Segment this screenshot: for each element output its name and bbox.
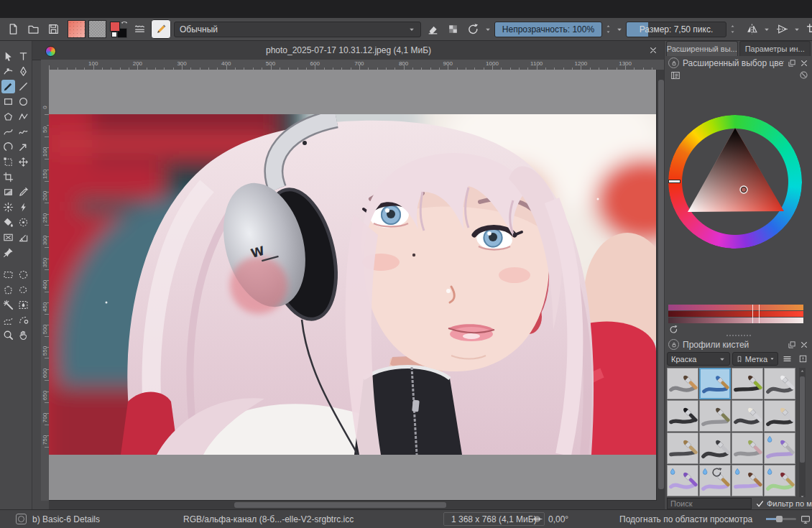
close-docker-icon[interactable] bbox=[800, 341, 808, 349]
current-brush-preset[interactable]: b) Basic-6 Details bbox=[32, 510, 100, 528]
gradient-strip-2[interactable] bbox=[668, 311, 803, 317]
search-input[interactable] bbox=[667, 498, 752, 509]
pattern-swatch[interactable] bbox=[88, 20, 106, 38]
tool-fill[interactable] bbox=[1, 216, 15, 229]
swap-colors-icon[interactable] bbox=[121, 20, 128, 27]
tool-calligraphy[interactable] bbox=[17, 65, 30, 78]
tool-edit-shapes[interactable] bbox=[1, 65, 15, 78]
default-colors-chip[interactable] bbox=[111, 32, 117, 37]
display-mode-button[interactable] bbox=[780, 352, 794, 366]
tool-line[interactable] bbox=[17, 80, 30, 93]
docker-drag-handle[interactable] bbox=[726, 335, 751, 336]
chevron-down-icon[interactable] bbox=[793, 26, 801, 33]
brush-preset-9[interactable] bbox=[667, 432, 698, 464]
brush-preset-7[interactable] bbox=[732, 400, 763, 432]
tool-bezier-curve[interactable] bbox=[1, 125, 15, 139]
save-button[interactable] bbox=[45, 21, 62, 38]
eraser-mode-button[interactable] bbox=[424, 21, 441, 38]
brush-preset-5[interactable] bbox=[667, 400, 698, 432]
tool-colorize-mask[interactable] bbox=[1, 231, 15, 244]
size-slider[interactable]: Размер: 7,50 пикс. bbox=[626, 22, 726, 37]
tab-tool-options[interactable]: Параметры ин... bbox=[739, 41, 811, 56]
preset-filter-combo[interactable]: Краска bbox=[667, 352, 730, 366]
brush-preset-10[interactable] bbox=[699, 432, 731, 464]
document-tab-title[interactable]: photo_2025-07-17 10.31.12.jpeg (4,1 МиБ) bbox=[32, 45, 665, 55]
scroll-right-icon[interactable] bbox=[648, 502, 655, 509]
preserve-alpha-button[interactable] bbox=[444, 21, 461, 38]
gradient-strip-3[interactable] bbox=[668, 318, 803, 323]
tool-color-sampler[interactable] bbox=[17, 185, 30, 199]
filter-by-tag-checkbox[interactable]: Фильтр по метке bbox=[756, 499, 812, 508]
chevron-down-icon[interactable] bbox=[484, 26, 492, 33]
reload-preset-button[interactable] bbox=[464, 21, 481, 38]
saturation-value-triangle[interactable] bbox=[668, 115, 802, 249]
tool-rectangle[interactable] bbox=[1, 95, 15, 108]
tool-gradient[interactable] bbox=[1, 185, 15, 199]
chevron-down-icon[interactable] bbox=[763, 26, 770, 33]
tool-crop[interactable] bbox=[1, 170, 15, 184]
tool-dynamic-brush[interactable] bbox=[1, 140, 15, 154]
tool-enclose-fill[interactable] bbox=[17, 216, 30, 229]
lock-icon[interactable] bbox=[668, 339, 679, 350]
zoom-slider-knob[interactable] bbox=[776, 516, 783, 522]
brush-preset-8[interactable] bbox=[764, 400, 795, 432]
color-wheel[interactable] bbox=[668, 115, 802, 249]
gradient-strip-1[interactable] bbox=[668, 305, 803, 310]
tool-select-bezier[interactable] bbox=[1, 313, 15, 327]
tool-select-elliptical[interactable] bbox=[17, 268, 30, 282]
brush-preview-icon[interactable] bbox=[16, 510, 27, 528]
close-docker-icon[interactable] bbox=[800, 59, 808, 68]
gradient-swatch[interactable] bbox=[68, 20, 86, 38]
tag-button[interactable]: Метка bbox=[732, 352, 778, 366]
brush-preset-14[interactable] bbox=[699, 465, 731, 496]
color-history-strips[interactable] bbox=[668, 305, 803, 323]
tool-smart-patch[interactable] bbox=[17, 200, 30, 214]
tool-select-similar[interactable] bbox=[17, 298, 30, 312]
tool-text[interactable] bbox=[17, 50, 30, 63]
opacity-spinner[interactable] bbox=[605, 24, 613, 34]
brush-preset-11[interactable] bbox=[732, 432, 763, 464]
horizontal-scrollbar[interactable] bbox=[49, 500, 656, 510]
foreground-color-chip[interactable] bbox=[110, 22, 120, 32]
color-selector-settings-icon[interactable] bbox=[670, 70, 680, 80]
brush-preset-12[interactable] bbox=[764, 432, 795, 464]
refresh-colors-icon[interactable] bbox=[669, 325, 678, 334]
opacity-slider[interactable]: Непрозрачность: 100% bbox=[494, 22, 602, 37]
brush-preset-4[interactable] bbox=[764, 368, 795, 399]
brush-grid-scrollbar[interactable] bbox=[799, 368, 806, 500]
image-size-label[interactable]: 1 368 x 768 (4,1 МиБ) bbox=[443, 512, 545, 526]
vertical-scroll-thumb[interactable] bbox=[658, 80, 664, 489]
zoom-mode-label[interactable]: Подогнать по области просмотра bbox=[619, 510, 752, 528]
no-color-icon[interactable] bbox=[799, 70, 808, 80]
brush-preset-15[interactable] bbox=[732, 465, 763, 496]
brush-scroll-thumb[interactable] bbox=[800, 376, 805, 463]
tool-select-shapes[interactable] bbox=[1, 50, 15, 63]
tool-select-freehand[interactable] bbox=[17, 283, 30, 297]
tab-advanced-color-selector[interactable]: Расширенный вы... bbox=[666, 41, 738, 56]
brush-option-slider-button[interactable] bbox=[131, 21, 148, 38]
color-profile-label[interactable]: RGB/альфа-канал (8-б...-elle-V2-srgbtrc.… bbox=[183, 510, 354, 528]
chevron-down-icon[interactable] bbox=[616, 26, 623, 33]
lock-icon[interactable] bbox=[668, 57, 679, 68]
blend-mode-combo[interactable]: Обычный bbox=[174, 22, 421, 37]
tool-pattern-edit[interactable] bbox=[1, 200, 15, 214]
canvas-rotation-icon[interactable] bbox=[532, 510, 543, 528]
brush-preset-6[interactable] bbox=[699, 400, 731, 432]
trim-to-image-button[interactable] bbox=[803, 21, 812, 38]
mirror-horizontal-button[interactable] bbox=[743, 21, 760, 38]
tool-move[interactable] bbox=[17, 155, 30, 169]
tool-reference-images[interactable] bbox=[1, 246, 15, 259]
tool-select-polygonal[interactable] bbox=[1, 283, 15, 297]
tool-select-magnetic[interactable] bbox=[17, 313, 30, 327]
tool-polyline[interactable] bbox=[17, 110, 30, 124]
brush-preset-2[interactable] bbox=[699, 368, 731, 399]
tool-pan[interactable] bbox=[17, 328, 30, 342]
scroll-up-icon[interactable] bbox=[800, 369, 805, 374]
brush-preset-16[interactable] bbox=[764, 465, 795, 496]
tool-zoom[interactable] bbox=[1, 328, 15, 342]
fullscreen-monitor-icon[interactable] bbox=[801, 510, 811, 528]
zoom-slider[interactable] bbox=[766, 510, 796, 528]
new-document-button[interactable] bbox=[4, 21, 22, 38]
tool-select-contiguous[interactable] bbox=[1, 298, 15, 312]
tool-transform[interactable] bbox=[1, 155, 15, 169]
